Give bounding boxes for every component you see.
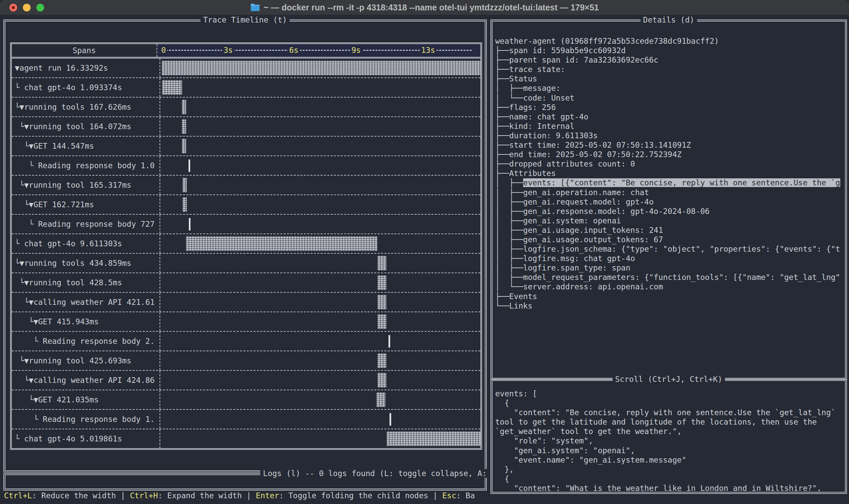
timeline-row[interactable]: └ Reading response body 1.0 [12, 156, 480, 175]
span-label: └▼calling weather API 424.86 [12, 371, 160, 390]
span-bar-cell [160, 390, 480, 409]
span-duration-bar [377, 314, 387, 329]
timeline-row[interactable]: └▼calling weather API 421.61 [12, 292, 480, 311]
logs-panel[interactable]: Logs (l) -- 0 logs found (L: toggle coll… [3, 473, 487, 490]
spans-rows: ▼agent run 16.33292s└ chat gpt-4o 1.0933… [12, 58, 480, 448]
span-label: └ Reading response body 727 [12, 215, 160, 234]
status-separator: | [242, 491, 256, 500]
window-titlebar: ~ — docker run --rm -it -p 4318:4318 --n… [0, 0, 849, 15]
details-line[interactable]: │ ├──logfire.msg: chat gpt-4o [495, 254, 844, 263]
scroll-title: Scroll (Ctrl+J, Ctrl+K) [612, 375, 725, 383]
close-button[interactable] [10, 4, 17, 12]
selected-attribute[interactable]: events: [{"content": "Be concise, reply … [523, 178, 840, 187]
details-line[interactable]: │ ├──gen_ai.usage.output_tokens: 67 [495, 235, 844, 244]
timeline-row[interactable]: └ Reading response body 2. [12, 331, 480, 350]
trace-timeline-title: Trace Timeline (t) [200, 16, 289, 24]
span-duration-bar [377, 256, 387, 270]
span-label: └▼running tools 167.626ms [12, 97, 160, 116]
details-line[interactable]: │ ├──gen_ai.system: openai [495, 216, 844, 226]
scroll-line: { [495, 474, 844, 484]
span-label: └ chat gpt-4o 5.019861s [12, 429, 160, 448]
details-line[interactable]: │ ├──gen_ai.response.model: gpt-4o-2024-… [495, 206, 844, 216]
details-tree[interactable]: weather-agent (01968ff972a5b53cede738dc9… [495, 36, 844, 377]
details-line[interactable]: │ ├──events: [{"content": "Be concise, r… [495, 178, 844, 187]
span-bar-cell [160, 410, 480, 429]
status-text: : Expand the width [158, 491, 242, 500]
timeline-row[interactable]: └▼running tool 165.317ms [12, 175, 480, 195]
scroll-line: events: [ [495, 389, 844, 398]
timeline-row[interactable]: └▼running tool 428.5ms [12, 272, 480, 292]
logs-title: Logs (l) -- 0 logs found (L: toggle coll… [260, 469, 487, 478]
timeline-row[interactable]: └▼calling weather API 424.86 [12, 370, 480, 390]
scroll-panel[interactable]: Scroll (Ctrl+J, Ctrl+K) events: [ { "con… [491, 379, 847, 494]
details-line[interactable]: ├──Attributes [495, 168, 844, 178]
span-label: └ chat gpt-4o 9.611303s [12, 234, 160, 253]
span-duration-bar [182, 100, 186, 114]
timeline-row[interactable]: └▼running tools 167.626ms [12, 97, 480, 116]
span-label: └▼running tool 164.072ms [12, 117, 160, 136]
span-label: ▼agent run 16.33292s [12, 58, 160, 77]
span-bar-cell [160, 195, 480, 214]
zoom-button[interactable] [36, 4, 44, 12]
span-bar-cell [160, 58, 480, 77]
axis-tick: 3s [222, 46, 234, 54]
scroll-line: "role": "system", [495, 436, 844, 446]
details-line[interactable]: weather-agent (01968ff972a5b53cede738dc9… [495, 36, 844, 46]
details-line[interactable]: │ ├──gen_ai.operation.name: chat [495, 188, 844, 197]
details-line[interactable]: ├──Events [495, 292, 844, 301]
details-line[interactable]: ├──dropped attributes count: 0 [495, 159, 844, 168]
details-line[interactable]: ├──duration: 9.611303s [495, 131, 844, 140]
details-line[interactable]: ├──parent span id: 7aa32363692ec66c [495, 55, 844, 65]
span-duration-bar [162, 60, 480, 75]
details-line[interactable]: ├──flags: 256 [495, 103, 844, 112]
timeline-row[interactable]: └ chat gpt-4o 5.019861s [12, 429, 480, 448]
scroll-line: { [495, 398, 844, 408]
details-line[interactable]: │ ├──logfire.json_schema: {"type": "obje… [495, 244, 844, 254]
scroll-line: "content": "Be concise, reply with one s… [495, 408, 844, 417]
details-line[interactable]: │ ├──model_request_parameters: {"functio… [495, 272, 844, 282]
span-label: └ chat gpt-4o 1.093374s [12, 78, 160, 97]
details-line[interactable]: ├──name: chat gpt-4o [495, 112, 844, 122]
minimize-button[interactable] [23, 4, 31, 12]
span-duration-bar [377, 275, 387, 290]
details-line[interactable]: ├──end time: 2025-05-02 07:50:22.752394Z [495, 150, 844, 159]
timeline-row[interactable]: └▼GET 162.721ms [12, 195, 480, 214]
details-line[interactable]: │ └──server.address: api.openai.com [495, 282, 844, 291]
timeline-row[interactable]: └▼GET 421.035ms [12, 390, 480, 409]
span-bar-cell [160, 351, 480, 370]
details-line[interactable]: ├──Status [495, 74, 844, 84]
timeline-row[interactable]: └ Reading response body 727 [12, 214, 480, 234]
timeline-row[interactable]: └▼running tools 434.859ms [12, 253, 480, 272]
details-line[interactable]: │ ├──gen_ai.request.model: gpt-4o [495, 197, 844, 206]
timeline-row[interactable]: └▼running tool 425.693ms [12, 350, 480, 370]
details-line[interactable]: ├──trace state: [495, 65, 844, 74]
timeline-row[interactable]: └▼running tool 164.072ms [12, 116, 480, 136]
span-bar-cell [160, 371, 480, 390]
timeline-row[interactable]: └ Reading response body 1. [12, 409, 480, 429]
span-duration-bar [189, 218, 191, 231]
details-line[interactable]: │ ├──message: [495, 84, 844, 93]
timeline-row[interactable]: └▼GET 144.547ms [12, 136, 480, 156]
details-line[interactable]: ├──start time: 2025-05-02 07:50:13.14109… [495, 140, 844, 150]
details-line[interactable]: ├──kind: Internal [495, 122, 844, 131]
spans-column-header: Spans [12, 44, 157, 57]
details-line[interactable]: └──Links [495, 301, 844, 310]
span-duration-bar [186, 236, 377, 251]
timeline-row[interactable]: └ chat gpt-4o 1.093374s [12, 77, 480, 97]
axis-tick: 0 [160, 46, 167, 54]
timeline-row[interactable]: └▼GET 415.943ms [12, 311, 480, 331]
span-duration-bar [182, 178, 187, 193]
timeline-row[interactable]: ▼agent run 16.33292s [12, 58, 480, 77]
details-line[interactable]: │ ├──gen_ai.usage.input_tokens: 241 [495, 226, 844, 235]
span-bar-cell [160, 293, 480, 311]
details-line[interactable]: ├──span id: 559ab5e9cc60932d [495, 46, 844, 55]
span-bar-cell [160, 254, 480, 272]
details-line[interactable]: │ └──code: Unset [495, 93, 844, 103]
details-line[interactable]: │ ├──logfire.span_type: span [495, 263, 844, 272]
span-label: └▼GET 162.721ms [12, 195, 160, 214]
axis-tick: 9s [350, 46, 362, 54]
timeline-row[interactable]: └ chat gpt-4o 9.611303s [12, 234, 480, 253]
span-duration-bar [388, 335, 390, 347]
spans-table-header: Spans 03s6s9s13s [12, 44, 480, 58]
span-bar-cell [160, 78, 480, 97]
